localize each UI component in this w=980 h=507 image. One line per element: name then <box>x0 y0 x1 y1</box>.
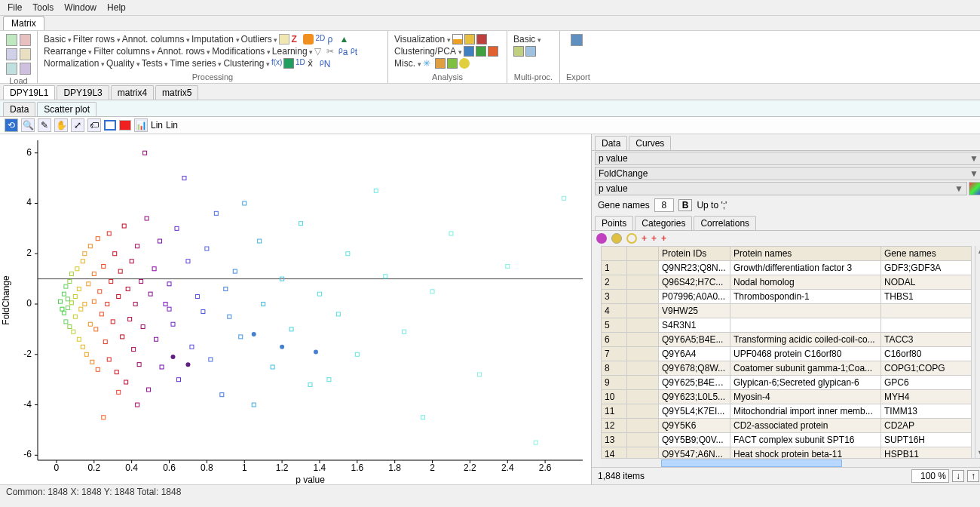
tool-zoom-icon[interactable]: 🔍 <box>21 118 35 132</box>
misc-icon-3[interactable] <box>447 58 458 69</box>
proc-learning[interactable]: Learning <box>272 46 313 57</box>
menu-tools[interactable]: Tools <box>32 2 54 13</box>
anal-misc[interactable]: Misc. <box>394 58 421 69</box>
zoom-input[interactable] <box>911 469 949 483</box>
proc-filter-rows[interactable]: Filter rows <box>73 34 121 45</box>
file-tab-0[interactable]: DPY19L1 <box>3 85 55 100</box>
tool-label-icon[interactable]: 🏷 <box>87 118 101 132</box>
fx-icon[interactable]: f(x) <box>271 58 282 69</box>
tree-icon[interactable]: ▲ <box>339 34 350 45</box>
tool-color-red[interactable] <box>119 120 131 131</box>
tool-chart-icon[interactable]: 📊 <box>134 118 148 132</box>
table-row[interactable]: 8Q9Y678;Q8W...Coatomer subunit gamma-1;C… <box>602 361 972 376</box>
pt-icon[interactable]: ρt <box>351 46 361 57</box>
multiproc-basic[interactable]: Basic <box>513 34 541 45</box>
rp-subtab-correlations[interactable]: Correlations <box>694 216 756 230</box>
filter-icon[interactable]: ▽ <box>314 46 325 57</box>
zoom-up[interactable]: ↑ <box>967 470 979 482</box>
load-icon-5[interactable] <box>6 63 17 75</box>
axis-x-select[interactable]: p value▼ <box>595 152 980 165</box>
file-tab-3[interactable]: matrix5 <box>155 85 198 100</box>
table-vscroll[interactable] <box>975 246 980 458</box>
load-icon-2[interactable] <box>20 34 31 46</box>
subtab-scatter[interactable]: Scatter plot <box>37 102 96 116</box>
table-row[interactable]: 5S4R3N1 <box>602 318 972 333</box>
tool-fit-icon[interactable]: ⤢ <box>71 118 84 132</box>
multiproc-icon-2[interactable] <box>525 46 536 57</box>
bold-button[interactable]: B <box>678 199 693 211</box>
proc-imputation[interactable]: Imputation <box>191 34 240 45</box>
table-row[interactable]: 14Q9Y547;A6N...Heat shock protein beta-1… <box>602 447 972 459</box>
proc-basic[interactable]: Basic <box>44 34 72 45</box>
heatmap-icon[interactable] <box>464 34 475 45</box>
proc-quality[interactable]: Quality <box>106 58 140 69</box>
xbar-icon[interactable]: x̄ <box>308 58 318 69</box>
col-protein-names[interactable]: Protein names <box>730 247 881 261</box>
misc-icon-4[interactable] <box>459 58 470 69</box>
zoom-down[interactable]: ↓ <box>952 470 964 482</box>
axis-color-select[interactable]: p value▼ <box>595 182 967 195</box>
bar-icon[interactable] <box>452 34 463 45</box>
fox-icon[interactable] <box>303 34 314 45</box>
rp-subtab-categories[interactable]: Categories <box>635 216 692 230</box>
misc-icon-1[interactable]: ✳ <box>423 58 433 69</box>
upto-select[interactable]: Up to ';' <box>697 200 727 210</box>
cluster-icon[interactable] <box>488 46 498 57</box>
tool-reset-icon[interactable]: ⟲ <box>5 118 18 132</box>
col-gene-names[interactable]: Gene names <box>881 247 972 261</box>
table-hscroll[interactable] <box>601 458 980 467</box>
table-row[interactable]: 11Q9Y5L4;K7EI...Mitochondrial import inn… <box>602 404 972 419</box>
table-row[interactable]: 13Q9Y5B9;Q0V...FACT complex subunit SPT1… <box>602 433 972 447</box>
menu-window[interactable]: Window <box>64 2 96 13</box>
proc-outliers[interactable]: Outliers <box>241 34 278 45</box>
proc-normalization[interactable]: Normalization <box>44 58 105 69</box>
pn-icon[interactable]: ρN <box>320 58 330 69</box>
scatter-plot[interactable]: 00.20.40.60.811.21.41.61.822.22.42.6-6-4… <box>0 134 592 484</box>
table-row[interactable]: 6Q9Y6A5;B4E...Transforming acidic coiled… <box>602 333 972 347</box>
table-row[interactable]: 9Q9Y625;B4E2...Glypican-6;Secreted glypi… <box>602 376 972 390</box>
save-icon[interactable] <box>571 34 583 46</box>
load-icon-3[interactable] <box>6 48 17 60</box>
menu-file[interactable]: File <box>8 2 22 13</box>
2d-icon[interactable]: 2D <box>315 34 326 45</box>
proc-timeseries[interactable]: Time series <box>170 58 222 69</box>
proc-row1-icon-1[interactable] <box>279 34 289 45</box>
proc-clustering[interactable]: Clustering <box>223 58 270 69</box>
table-row[interactable]: 4V9HW25 <box>602 304 972 318</box>
rp-tab-curves[interactable]: Curves <box>629 136 671 150</box>
misc-icon-2[interactable] <box>435 58 446 69</box>
grid-icon[interactable] <box>476 34 487 45</box>
tool-color-white[interactable] <box>104 120 116 131</box>
table-row[interactable]: 3P07996;A0A0...Thrombospondin-1THBS1 <box>602 290 972 304</box>
format-n-input[interactable] <box>654 198 674 212</box>
col-protein-ids[interactable]: Protein IDs <box>659 247 730 261</box>
add-plus-3[interactable]: + <box>661 233 666 244</box>
add-plus-1[interactable]: + <box>642 233 647 244</box>
dot-purple-icon[interactable] <box>596 233 607 244</box>
tab-matrix[interactable]: Matrix <box>3 16 44 30</box>
tool-lasso-icon[interactable]: ✎ <box>38 118 51 132</box>
file-tab-2[interactable]: matrix4 <box>111 85 154 100</box>
dot-outline-icon[interactable] <box>626 233 637 244</box>
label-col-select[interactable]: Gene names <box>598 200 650 210</box>
rho-icon[interactable]: ρ <box>327 34 338 45</box>
proc-rearrange[interactable]: Rearrange <box>44 46 92 57</box>
dendro-icon[interactable] <box>464 46 474 57</box>
colorscale-icon[interactable] <box>969 182 980 195</box>
proc-filter-cols[interactable]: Filter columns <box>93 46 155 57</box>
proc-annot-cols[interactable]: Annot. columns <box>122 34 190 45</box>
rp-subtab-points[interactable]: Points <box>595 216 633 230</box>
table-row[interactable]: 10Q9Y623;L0L5...Myosin-4MYH4 <box>602 390 972 404</box>
multiproc-icon-1[interactable] <box>513 46 524 57</box>
proc-tests[interactable]: Tests <box>142 58 169 69</box>
table-row[interactable]: 7Q9Y6A4UPF0468 protein C16orf80C16orf80 <box>602 347 972 361</box>
anal-visualization[interactable]: Visualization <box>394 34 451 45</box>
anal-clustering[interactable]: Clustering/PCA <box>394 46 462 57</box>
load-icon-6[interactable] <box>20 63 31 75</box>
add-plus-2[interactable]: + <box>651 233 657 244</box>
scatter3d-icon[interactable] <box>476 46 486 57</box>
load-icon-1[interactable] <box>6 34 17 46</box>
pa-icon[interactable]: ρa <box>338 46 349 57</box>
table-row[interactable]: 1Q9NR23;Q8N...Growth/differentiation fac… <box>602 261 972 275</box>
scissors-icon[interactable]: ✂ <box>326 46 337 57</box>
